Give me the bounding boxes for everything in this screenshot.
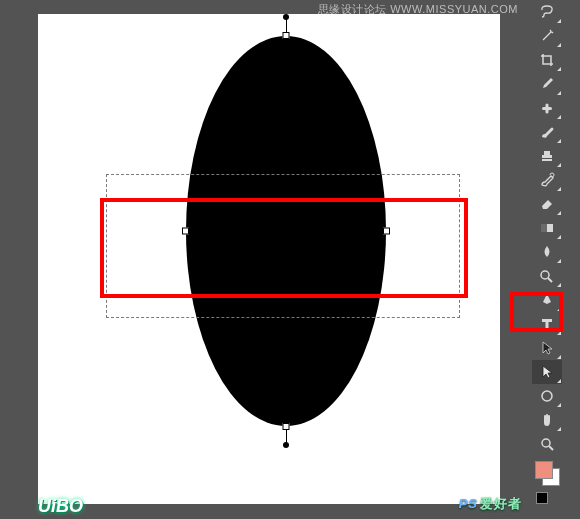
foreground-color-swatch[interactable]	[535, 461, 553, 479]
shape-tool[interactable]	[532, 384, 562, 408]
direct-selection-tool[interactable]	[532, 360, 562, 384]
svg-point-0	[550, 31, 552, 33]
path-selection-tool[interactable]	[532, 336, 562, 360]
rectangle-selection[interactable]	[106, 174, 460, 318]
healing-brush-tool[interactable]	[532, 96, 562, 120]
color-swatches[interactable]	[532, 458, 562, 490]
svg-point-5	[541, 271, 549, 279]
svg-point-7	[542, 439, 550, 447]
default-colors-icon[interactable]	[536, 492, 548, 504]
watermark-ps-icon: PS	[459, 496, 478, 511]
svg-rect-2	[546, 104, 549, 114]
rotate-guide-top	[286, 18, 287, 32]
hand-tool[interactable]	[532, 408, 562, 432]
blur-tool[interactable]	[532, 240, 562, 264]
type-tool[interactable]	[532, 312, 562, 336]
canvas[interactable]	[38, 14, 500, 504]
eraser-tool[interactable]	[532, 192, 562, 216]
lasso-tool[interactable]	[532, 0, 562, 24]
svg-rect-4	[541, 224, 547, 232]
dodge-tool[interactable]	[532, 264, 562, 288]
clone-stamp-tool[interactable]	[532, 144, 562, 168]
pen-tool[interactable]	[532, 288, 562, 312]
history-brush-tool[interactable]	[532, 168, 562, 192]
watermark-bottom-left: UiBO	[38, 496, 83, 517]
rotate-handle-bottom[interactable]	[283, 442, 289, 448]
watermark-bottom-right: PS爱好者	[459, 495, 522, 513]
rotate-guide-bottom	[286, 430, 287, 444]
magic-wand-tool[interactable]	[532, 24, 562, 48]
svg-point-6	[542, 391, 552, 401]
crop-tool[interactable]	[532, 48, 562, 72]
gradient-tool[interactable]	[532, 216, 562, 240]
brush-tool[interactable]	[532, 120, 562, 144]
tools-panel	[532, 0, 562, 490]
zoom-tool[interactable]	[532, 432, 562, 456]
rotate-handle-top[interactable]	[283, 14, 289, 20]
eyedropper-tool[interactable]	[532, 72, 562, 96]
watermark-br-text: 爱好者	[480, 496, 522, 511]
app-workspace: 思缘设计论坛 WWW.MISSYUAN.COM	[0, 0, 580, 519]
